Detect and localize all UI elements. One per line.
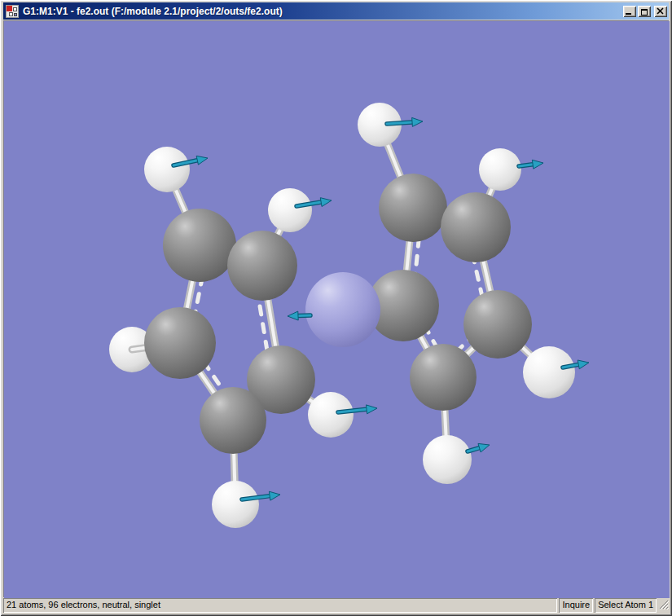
app-icon-red-block (7, 6, 12, 11)
app-icon-atom (9, 12, 13, 16)
resize-grip[interactable] (658, 598, 669, 613)
atom-H_J[interactable] (423, 435, 472, 484)
atom-C_A[interactable] (163, 209, 236, 282)
atom-H_A[interactable] (144, 147, 190, 192)
minimize-button[interactable] (623, 6, 636, 17)
arrow-shaft (387, 122, 412, 124)
close-button[interactable] (654, 6, 667, 17)
atom-Fe_1[interactable] (305, 272, 380, 347)
arrow-shaft (298, 315, 310, 316)
atom-H_B[interactable] (268, 188, 312, 232)
app-window: G1:M1:V1 - fe2.out (F:/module 2.1/projec… (0, 0, 672, 616)
app-icon-atom (14, 13, 17, 16)
resize-grip-icon (658, 598, 669, 609)
close-icon (654, 6, 667, 17)
status-bar: 21 atoms, 96 electrons, neutral, singlet… (3, 598, 669, 613)
maximize-icon (641, 9, 648, 15)
minimize-icon (626, 13, 631, 15)
atom-H_D[interactable] (212, 481, 259, 528)
atom-C_F[interactable] (379, 174, 447, 242)
molecule-canvas[interactable] (3, 20, 669, 597)
window-controls (621, 6, 667, 17)
status-selection: Select Atom 1 (595, 598, 657, 613)
atom-C_I[interactable] (463, 290, 532, 359)
atom-C_C[interactable] (144, 307, 216, 379)
atom-C_J[interactable] (410, 344, 477, 411)
atom-H_I[interactable] (523, 346, 575, 398)
atom-H_E[interactable] (308, 392, 354, 438)
maximize-button[interactable] (638, 6, 651, 17)
atom-C_B[interactable] (227, 231, 297, 301)
atom-C_G[interactable] (441, 192, 511, 262)
molecule-viewport[interactable] (4, 21, 670, 598)
window-title: G1:M1:V1 - fe2.out (F:/module 2.1/projec… (23, 6, 621, 17)
atom-C_D[interactable] (200, 387, 266, 454)
status-message: 21 atoms, 96 electrons, neutral, singlet (3, 598, 557, 613)
app-icon[interactable] (6, 5, 19, 18)
atom-H_G[interactable] (479, 148, 521, 191)
app-icon-atom (13, 7, 17, 11)
title-bar[interactable]: G1:M1:V1 - fe2.out (F:/module 2.1/projec… (3, 2, 669, 20)
status-mode: Inquire (559, 598, 593, 613)
